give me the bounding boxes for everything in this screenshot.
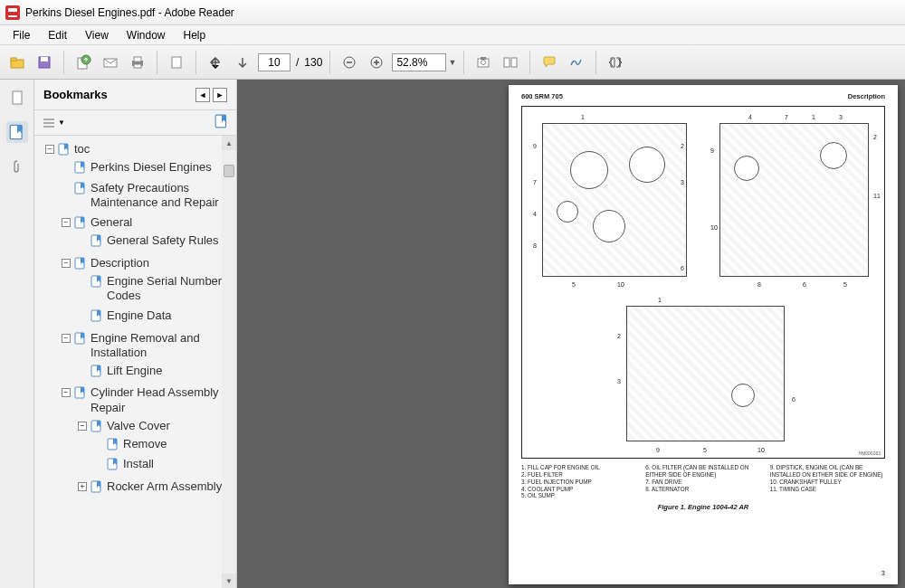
expand-icon[interactable]: + [78, 482, 87, 491]
bookmark-icon [90, 420, 103, 432]
bookmark-icon [74, 257, 87, 270]
figure-box: 9 7 4 8 1 2 3 6 5 10 9 10 4 7 1 [521, 106, 885, 459]
comment-button[interactable] [538, 51, 561, 74]
menu-edit[interactable]: Edit [39, 27, 76, 43]
collapse-icon[interactable]: − [62, 388, 71, 397]
snapshot-button[interactable] [472, 51, 495, 74]
side-tab-strip [0, 80, 34, 588]
bookmark-icon [90, 480, 103, 493]
bookmark-icon [107, 438, 119, 450]
document-area[interactable]: 600 SRM 705 Description 9 7 4 8 1 2 3 6 [237, 80, 905, 588]
toolbar-separator [463, 51, 464, 74]
bookmark-icon [90, 234, 103, 247]
menu-view[interactable]: View [76, 27, 118, 43]
bookmark-icon [58, 143, 71, 156]
svg-rect-11 [172, 57, 181, 68]
toolbar-separator [195, 51, 196, 74]
bookmark-general-safety-rules[interactable]: General Safety Rules [76, 232, 236, 249]
bookmark-next-button[interactable]: ► [213, 88, 227, 102]
svg-rect-20 [504, 58, 510, 67]
bookmark-engine-serial-codes[interactable]: Engine Serial Number Codes [76, 273, 236, 305]
pdf-file-icon [5, 5, 20, 20]
image-id: HM000263 [859, 450, 881, 456]
svg-rect-18 [481, 57, 486, 60]
window-titlebar: Perkins Diesel Engines.pdf - Adobe Reade… [0, 0, 905, 25]
collapse-icon[interactable]: − [62, 334, 71, 343]
bookmarks-tree: −toc Perkins Diesel Engines Safety Preca… [34, 136, 236, 588]
collapse-icon[interactable]: − [78, 422, 87, 431]
menu-window[interactable]: Window [118, 27, 175, 43]
menu-file[interactable]: File [4, 27, 39, 43]
reading-mode-button[interactable] [604, 51, 627, 74]
bookmark-engine-removal[interactable]: −Engine Removal and Installation [60, 330, 236, 362]
window-title: Perkins Diesel Engines.pdf - Adobe Reade… [25, 6, 234, 19]
menu-bar: File Edit View Window Help [0, 25, 905, 45]
bookmark-icon [74, 182, 87, 194]
figure-caption: Figure 1. Engine 1004-42 AR [509, 503, 898, 511]
main-toolbar: / 130 ▼ [0, 45, 905, 80]
prev-page-button[interactable] [204, 51, 227, 74]
bookmark-description[interactable]: −Description [60, 255, 236, 271]
bookmark-cylinder-head[interactable]: −Cylinder Head Assembly Repair [60, 384, 236, 416]
bookmark-valve-cover[interactable]: −Valve Cover [76, 418, 236, 434]
zoom-dropdown-icon[interactable]: ▼ [448, 58, 456, 67]
toolbar-separator [329, 51, 330, 74]
attachments-tab[interactable] [6, 156, 28, 177]
svg-rect-10 [134, 64, 141, 68]
zoom-out-button[interactable] [338, 51, 361, 74]
collapse-icon[interactable]: − [62, 218, 71, 227]
next-page-button[interactable] [231, 51, 254, 74]
bookmark-general[interactable]: −General [60, 214, 236, 231]
bookmark-icon [74, 386, 87, 399]
svg-rect-2 [11, 58, 16, 61]
pdf-page: 600 SRM 705 Description 9 7 4 8 1 2 3 6 [509, 85, 898, 584]
page-thumbnails-button[interactable] [165, 51, 188, 74]
scroll-thumb[interactable] [224, 165, 234, 177]
figure-legend: 1. FILL CAP FOR ENGINE OIL 2. FUEL FILTE… [509, 462, 898, 499]
bookmark-icon [90, 309, 103, 322]
bookmark-icon [74, 161, 87, 174]
bookmarks-toolbar: ▼ [34, 110, 236, 136]
bookmark-perkins-diesel-engines[interactable]: Perkins Diesel Engines [60, 159, 236, 175]
bookmark-safety-precautions[interactable]: Safety Precautions Maintenance and Repai… [60, 180, 236, 212]
toolbar-separator [595, 51, 596, 74]
bookmark-install[interactable]: Install [92, 456, 236, 472]
new-bookmark-button[interactable] [214, 114, 229, 132]
page-thumbnails-tab[interactable] [6, 87, 28, 109]
bookmarks-panel: Bookmarks ◄ ► ▼ −toc Perkins Diesel Engi… [34, 80, 237, 588]
bookmarks-scrollbar[interactable]: ▲ ▼ [222, 136, 236, 588]
print-button[interactable] [126, 51, 149, 74]
bookmark-prev-button[interactable]: ◄ [195, 88, 210, 102]
bookmark-icon [74, 332, 87, 345]
svg-rect-4 [41, 57, 48, 62]
scroll-up-icon[interactable]: ▲ [222, 136, 236, 150]
bookmark-icon [107, 458, 119, 470]
bookmark-icon [90, 275, 103, 288]
page-number-input[interactable] [258, 53, 291, 71]
bookmark-lift-engine[interactable]: Lift Engine [76, 363, 236, 379]
bookmark-remove[interactable]: Remove [92, 436, 236, 452]
svg-rect-21 [511, 58, 517, 67]
view-mode-button[interactable] [499, 51, 522, 74]
convert-button[interactable] [71, 51, 95, 74]
collapse-icon[interactable]: − [62, 259, 71, 268]
bookmark-icon [90, 365, 103, 377]
bookmark-rocker-arm[interactable]: +Rocker Arm Assembly [76, 479, 236, 495]
bookmark-engine-data[interactable]: Engine Data [76, 308, 236, 324]
svg-rect-22 [13, 91, 22, 104]
page-header-right: Description [848, 92, 885, 100]
bookmarks-tab[interactable] [6, 121, 28, 143]
svg-rect-9 [134, 57, 141, 62]
scroll-down-icon[interactable]: ▼ [222, 574, 236, 588]
email-button[interactable] [99, 51, 122, 74]
collapse-icon[interactable]: − [45, 145, 54, 154]
page-header-left: 600 SRM 705 [521, 92, 563, 100]
save-button[interactable] [33, 51, 56, 74]
menu-help[interactable]: Help [175, 27, 215, 43]
zoom-in-button[interactable] [365, 51, 388, 74]
bookmark-toc[interactable]: −toc [43, 141, 236, 157]
sign-button[interactable] [565, 51, 588, 74]
zoom-input[interactable] [392, 53, 446, 71]
open-file-button[interactable] [5, 51, 29, 74]
bookmark-options-button[interactable]: ▼ [42, 117, 65, 129]
